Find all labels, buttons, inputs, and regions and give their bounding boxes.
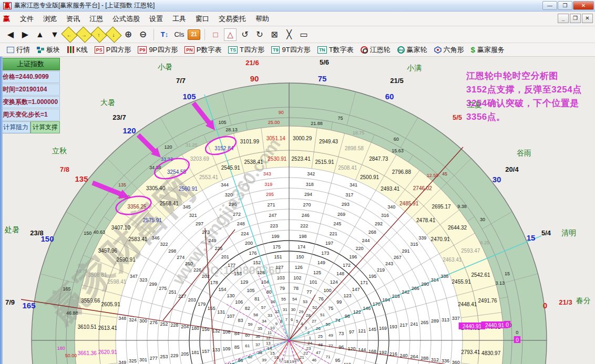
kline-button[interactable]: K线 [64, 44, 90, 56]
wheel-label: 119 [344, 362, 351, 364]
t-table-button[interactable]: TNT数字表 [315, 44, 356, 56]
square-tool-button[interactable]: □ [209, 28, 222, 41]
shift-down-button[interactable]: ↓ [105, 26, 121, 43]
menu-item-工具[interactable]: 工具 [168, 13, 191, 25]
sectors-button[interactable]: 板块 [34, 44, 63, 56]
solar-term-label: 立秋 [52, 147, 67, 155]
up-button[interactable]: ▲ [34, 28, 46, 41]
menu-item-交易委托[interactable]: 交易委托 [214, 13, 251, 25]
calc-support-button[interactable]: 计算支撑 [30, 121, 60, 133]
shift-up-button[interactable]: ↑ [90, 26, 107, 43]
delete-box-button[interactable]: ⊠ [268, 28, 281, 41]
wheel-label: 54 [292, 297, 297, 301]
wheel-label: 4830.97 [481, 350, 501, 356]
wheel-label: 192 [379, 350, 387, 355]
9p-square-button[interactable]: P99P四方形 [135, 44, 180, 56]
wheel-label: 123 [344, 293, 352, 298]
quotes-button[interactable]: 行情 [4, 44, 33, 56]
t-square-button[interactable]: TST四方形 [225, 44, 266, 56]
zoom-out-button[interactable]: ⊖ [137, 28, 149, 41]
time-value: 时间=20190104 [1, 84, 60, 96]
calc-resistance-button[interactable]: 计算阻力 [1, 121, 30, 133]
cls-button[interactable]: Cls [173, 28, 186, 41]
winner-wheel-button[interactable]: Big赢家轮 [395, 44, 430, 56]
toolbar-separator [204, 29, 205, 40]
wheel-label: 346 [152, 235, 160, 241]
wheel-label: 180 [191, 326, 199, 331]
wheel-label: 3508.81 [88, 272, 107, 278]
wheel-label: 173 [321, 251, 329, 256]
wheel-label: 18 [284, 359, 289, 364]
child-restore-button[interactable]: ❐ [570, 14, 581, 23]
wheel-label: 74 [335, 318, 340, 323]
wheel-label: 2523.41 [292, 156, 311, 162]
wheel-label: 241 [410, 321, 418, 327]
coef-value: 变换系数=1.000000 [1, 96, 60, 108]
menu-item-帮助[interactable]: 帮助 [251, 13, 274, 25]
gann-wheel-button[interactable]: 江恩轮 [358, 44, 393, 56]
winner-service-button[interactable]: $赢家服务 [468, 44, 507, 56]
hexagon-button[interactable]: 六角形 [432, 44, 467, 56]
close-button[interactable]: ✕ [573, 1, 594, 10]
wheel-label: 10 [270, 326, 275, 330]
wheel-label: 246 [302, 213, 310, 218]
menu-item-文件[interactable]: 文件 [15, 13, 38, 25]
next-button[interactable]: ▶ [19, 28, 32, 41]
wheel-label: 30 [291, 307, 295, 312]
triangle-tool-button[interactable]: △ [224, 28, 237, 41]
shift-right-button[interactable]: → [76, 26, 92, 43]
child-close-button[interactable]: ✕ [582, 14, 593, 23]
menu-item-设置[interactable]: 设置 [145, 13, 168, 25]
outside-degree-label: 105 [182, 92, 196, 101]
rotate-ccw-button[interactable]: ↺ [239, 28, 251, 41]
wheel-label: 2620.91 [98, 349, 118, 355]
winner-wheel-button-label: 赢家轮 [407, 45, 427, 55]
calendar-button[interactable]: 21 [188, 29, 200, 40]
wheel-label: 3.13 [496, 280, 505, 286]
menu-item-资讯[interactable]: 资讯 [61, 13, 85, 25]
p-square-button[interactable]: PSP四方形 [92, 44, 134, 56]
wheel-label: 198 [299, 234, 307, 239]
date-label: 21/6 [245, 59, 259, 67]
9t-square-button[interactable]: T99T四方形 [269, 44, 313, 56]
wheel-label: 121 [358, 328, 366, 334]
wheel-label: 2542.61 [471, 272, 490, 278]
restore-button[interactable]: ❐ [558, 1, 572, 10]
down-button[interactable]: ▼ [48, 28, 61, 41]
menu-item-江恩[interactable]: 江恩 [85, 13, 108, 25]
p-table-button[interactable]: PNP数字表 [182, 44, 224, 56]
minimize-button[interactable]: — [542, 1, 557, 10]
prev-button[interactable]: ◀ [4, 28, 17, 41]
wheel-label: 196 [349, 254, 357, 259]
menu-item-公式选股[interactable]: 公式选股 [108, 13, 145, 25]
current-price-marker: 0 [506, 322, 509, 328]
price-value: 价格=2440.9099 [1, 71, 60, 83]
zoom-in-button[interactable]: ⊕ [122, 28, 135, 41]
rotate-cw-button[interactable]: ↻ [253, 28, 266, 41]
wheel-label: 175 [273, 244, 281, 249]
center-button[interactable]: ╳ [283, 28, 295, 41]
date-label: 21/3 [559, 298, 572, 306]
instrument-panel: 上证指数 价格=2440.9099 时间=20190104 变换系数=1.000… [1, 58, 60, 133]
wheel-label: 95 [335, 358, 340, 363]
wheel-label: 2463.41 [443, 257, 462, 263]
child-minimize-button[interactable]: _ [558, 14, 569, 23]
toolbar-separator [153, 29, 154, 40]
wheel-label: 2448.41 [458, 301, 477, 307]
menu-item-浏览[interactable]: 浏览 [38, 13, 61, 25]
wheel-label: 36 [255, 334, 260, 339]
menu-item-窗口[interactable]: 窗口 [191, 13, 214, 25]
wheel-label: 316 [381, 213, 389, 218]
wheel-label: 273 [202, 230, 210, 235]
time-axis-button[interactable]: T↕ [158, 28, 171, 41]
wheel-label: 177 [228, 263, 235, 268]
wheel-label: 266 [412, 286, 419, 291]
wheel-label: 47 [316, 350, 321, 355]
wheel-label: 62 [248, 355, 253, 359]
screen-button[interactable]: ▭ [298, 28, 310, 41]
wheel-label: 11 [268, 330, 272, 335]
wheel-label: 124 [330, 279, 338, 285]
shift-left-button[interactable]: ← [61, 26, 77, 43]
wheel-label: 2793.41 [461, 349, 480, 355]
wheel-label: 77 [306, 289, 312, 295]
